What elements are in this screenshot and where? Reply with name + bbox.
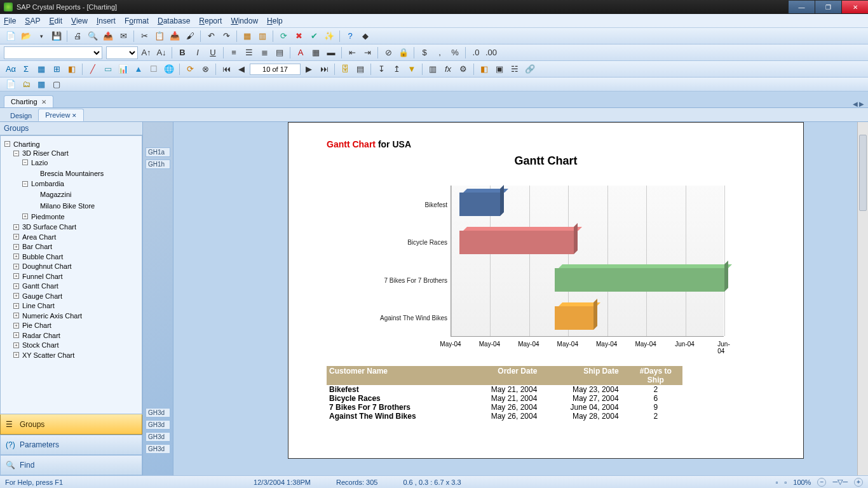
field-group-icon[interactable]: ⊞: [50, 62, 64, 76]
paste-icon[interactable]: 📥: [168, 29, 182, 43]
tb4-icon2[interactable]: 🗂: [19, 78, 33, 92]
menu-insert[interactable]: Insert: [97, 17, 116, 25]
maximize-button[interactable]: ❐: [815, 1, 841, 13]
tree-node[interactable]: +Stock Chart: [13, 341, 58, 349]
tree-node[interactable]: +Numeric Axis Chart: [13, 312, 82, 320]
preview-icon[interactable]: 🔍: [86, 29, 100, 43]
tree-node[interactable]: +Gantt Chart: [13, 282, 58, 290]
sort-desc-icon[interactable]: ↥: [390, 62, 403, 76]
align-center-icon[interactable]: ☰: [242, 46, 256, 60]
zoom-out-icon[interactable]: −: [817, 478, 826, 487]
tree-node-brescia[interactable]: Brescia Mountainers: [31, 170, 104, 177]
help-icon[interactable]: ?: [343, 29, 357, 43]
tree-node-piedmonte[interactable]: +Piedmonte: [22, 213, 65, 220]
tree-node-magazzini[interactable]: Magazzini: [31, 191, 72, 198]
export-icon[interactable]: 📤: [101, 29, 115, 43]
panel-groups[interactable]: ☰ Groups: [0, 414, 142, 435]
fill-icon[interactable]: ▬: [324, 46, 338, 60]
menu-database[interactable]: Database: [158, 17, 190, 25]
tree-node[interactable]: +Pie Chart: [13, 322, 51, 329]
field-text-icon[interactable]: Aα: [4, 62, 18, 76]
toggle-tree-icon[interactable]: ▥: [255, 29, 269, 43]
tree-node[interactable]: +Area Chart: [13, 233, 56, 241]
decrease-decimal-icon[interactable]: .00: [484, 46, 498, 60]
open-dropdown-icon[interactable]: ▾: [34, 29, 48, 43]
tb4-icon1[interactable]: 📄: [4, 78, 18, 92]
tree-node[interactable]: +3D Surface Chart: [13, 223, 76, 231]
tree-node-lombardia[interactable]: −Lombardia: [22, 180, 64, 187]
gantt-bar[interactable]: [459, 231, 574, 254]
zoom-in-icon[interactable]: +: [854, 478, 863, 487]
stop-data-icon[interactable]: ⊗: [198, 62, 212, 76]
indent-icon[interactable]: ⇤: [345, 46, 359, 60]
tb4-icon4[interactable]: ▢: [50, 78, 64, 92]
select-expert-icon[interactable]: ⚙: [456, 62, 470, 76]
tree-node-milano[interactable]: Milano Bike Store: [31, 202, 95, 210]
menu-view[interactable]: View: [71, 17, 88, 25]
toggle-panel-icon[interactable]: ▦: [240, 29, 254, 43]
refresh-data-icon[interactable]: ⟳: [183, 62, 197, 76]
format-painter-icon[interactable]: 🖌: [183, 29, 197, 43]
outdent-icon[interactable]: ⇥: [360, 46, 374, 60]
new-icon[interactable]: 📄: [4, 29, 18, 43]
nav-prev-icon[interactable]: ◀: [234, 62, 248, 76]
menu-help[interactable]: Help: [267, 17, 283, 25]
save-icon[interactable]: 💾: [50, 29, 64, 43]
align-justify-icon[interactable]: ▤: [273, 46, 287, 60]
font-color-icon[interactable]: A: [294, 46, 308, 60]
section-label[interactable]: GH3d: [146, 420, 170, 430]
tree-node[interactable]: +Funnel Chart: [13, 273, 63, 280]
increase-decimal-icon[interactable]: .0: [469, 46, 483, 60]
nav-next-icon[interactable]: ▶: [302, 62, 316, 76]
tab-nav-right-icon[interactable]: ▶: [859, 100, 864, 107]
gantt-chart[interactable]: May-04May-04May-04May-04May-04May-04Jun-…: [368, 174, 724, 352]
preview-canvas[interactable]: Gantt Chart for USA Gantt Chart May-04Ma…: [173, 122, 857, 475]
close-button[interactable]: ✕: [841, 1, 868, 13]
tree-node-lazio[interactable]: −Lazio: [22, 159, 48, 166]
lock-icon[interactable]: 🔒: [397, 46, 410, 60]
section-label[interactable]: GH3d: [146, 444, 170, 454]
gantt-bar[interactable]: [555, 268, 724, 292]
sort-asc-icon[interactable]: ↧: [374, 62, 388, 76]
print-icon[interactable]: 🖨: [71, 29, 85, 43]
insert-line-icon[interactable]: ╱: [86, 62, 100, 76]
scrollbar-thumb[interactable]: [859, 135, 867, 211]
insert-box-icon[interactable]: ▭: [101, 62, 115, 76]
stop-icon[interactable]: ✖: [292, 29, 306, 43]
page-indicator-input[interactable]: [250, 64, 301, 75]
minimize-button[interactable]: —: [788, 1, 815, 13]
borders-icon[interactable]: ▦: [309, 46, 323, 60]
currency-icon[interactable]: $: [417, 46, 431, 60]
doc-tab-charting[interactable]: Charting ✕: [4, 95, 53, 107]
wizard-icon[interactable]: ✨: [322, 29, 336, 43]
nav-first-icon[interactable]: ⏮: [219, 62, 233, 76]
tree-node[interactable]: +Bar Chart: [13, 243, 52, 250]
thousands-icon[interactable]: ,: [433, 46, 447, 60]
section-label[interactable]: GH3d: [146, 408, 170, 417]
field-olap-icon[interactable]: ◧: [65, 62, 79, 76]
tab-nav-left-icon[interactable]: ◀: [853, 100, 858, 107]
tree-node[interactable]: +XY Scatter Chart: [13, 351, 74, 359]
panel-find[interactable]: 🔍 Find: [0, 455, 142, 475]
menu-sap[interactable]: SAP: [25, 17, 40, 25]
hyperlink-icon[interactable]: 🔗: [523, 62, 537, 76]
cut-icon[interactable]: ✂: [137, 29, 151, 43]
font-size-select[interactable]: [106, 46, 138, 59]
gantt-bar[interactable]: [555, 306, 593, 330]
formula-icon[interactable]: fx: [441, 62, 455, 76]
decrease-font-icon[interactable]: A↓: [154, 46, 168, 60]
field-grid-icon[interactable]: ▦: [34, 62, 48, 76]
status-icon1[interactable]: ▫: [775, 478, 778, 486]
nav-last-icon[interactable]: ⏭: [317, 62, 331, 76]
crystal-icon[interactable]: ◆: [358, 29, 372, 43]
section-label[interactable]: GH1h: [146, 159, 170, 169]
doc-tab-close-icon[interactable]: ✕: [41, 98, 46, 105]
tree-node[interactable]: +Line Chart: [13, 302, 55, 309]
section-label[interactable]: GH1a: [146, 147, 170, 157]
insert-globe-icon[interactable]: 🌐: [162, 62, 176, 76]
tab-design[interactable]: Design: [4, 110, 38, 121]
percent-icon[interactable]: %: [448, 46, 462, 60]
menu-format[interactable]: Format: [125, 17, 149, 25]
highlight-icon[interactable]: ◧: [477, 62, 491, 76]
panel-parameters[interactable]: (?) Parameters: [0, 435, 142, 455]
